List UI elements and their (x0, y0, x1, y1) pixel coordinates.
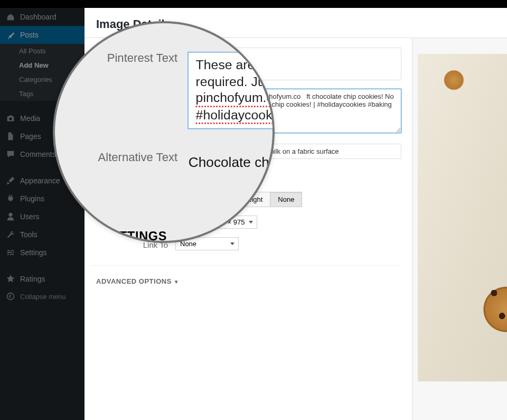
sidebar-item-label: Dashboard (20, 13, 57, 21)
alt-text-label: Alternative Text (90, 144, 175, 156)
sidebar-item-label: Collapse menu (20, 293, 66, 301)
sidebar-item-label: Plugins (20, 194, 44, 203)
modal-title: Image Details (84, 8, 507, 38)
sidebar-item-comments[interactable]: Comments (0, 145, 84, 163)
align-none-button[interactable]: None (270, 192, 302, 207)
admin-sidebar: Dashboard Posts All Posts Add New Catego… (0, 8, 84, 420)
submenu-categories[interactable]: Categories (0, 72, 84, 87)
sidebar-item-label: Appearance (20, 176, 60, 185)
user-icon (5, 212, 16, 221)
page-icon (5, 132, 16, 141)
alt-text-input[interactable] (175, 144, 401, 159)
dashboard-icon (5, 12, 16, 22)
plug-icon (5, 194, 16, 203)
sidebar-collapse[interactable]: Collapse menu (0, 288, 84, 305)
sidebar-item-dashboard[interactable]: Dashboard (0, 8, 84, 26)
size-select[interactable]: Full Size – 600 × 975 (175, 216, 257, 229)
sidebar-item-label: Pages (20, 132, 41, 141)
image-details-modal: Image Details Pinterest Text These are r… (84, 8, 507, 420)
image-preview-pane (412, 38, 507, 420)
submenu-tags[interactable]: Tags (0, 87, 84, 101)
image-preview[interactable] (418, 54, 507, 381)
sidebar-item-label: Posts (20, 31, 39, 39)
sidebar-item-label: Users (20, 212, 40, 221)
wrench-icon (5, 230, 16, 239)
sidebar-item-plugins[interactable]: Plugins (0, 190, 84, 208)
pin-icon (5, 30, 16, 40)
align-button-group: Right None (239, 192, 401, 207)
camera-icon (5, 114, 16, 123)
sidebar-item-label: Media (20, 114, 40, 123)
submenu-add-new[interactable]: Add New (0, 58, 84, 72)
sidebar-item-label: Settings (20, 248, 47, 257)
comment-icon (5, 150, 16, 159)
sidebar-item-pages[interactable]: Pages (0, 127, 84, 145)
sidebar-item-appearance[interactable]: Appearance (0, 172, 84, 190)
sidebar-item-media[interactable]: Media (0, 109, 84, 127)
posts-submenu: All Posts Add New Categories Tags (0, 44, 84, 101)
sidebar-item-label: Ratings (20, 275, 45, 283)
sidebar-item-ratings[interactable]: Ratings (0, 270, 84, 288)
star-icon (5, 274, 16, 284)
collapse-icon (5, 292, 16, 301)
sidebar-item-label: Tools (20, 230, 37, 239)
link-to-select[interactable]: None (175, 237, 239, 250)
display-settings-heading: DISPLAY SETTINGS (90, 163, 401, 188)
sidebar-item-users[interactable]: Users (0, 208, 84, 226)
sidebar-item-settings[interactable]: Settings (0, 244, 84, 262)
link-to-label: Link To (90, 237, 175, 249)
advanced-options-toggle[interactable]: ADVANCED OPTIONS▼ (90, 265, 401, 285)
sidebar-item-tools[interactable]: Tools (0, 226, 84, 244)
caption-field[interactable] (175, 48, 401, 80)
sidebar-item-label: Comments (20, 150, 56, 158)
pinterest-label: Pinterest Text (90, 89, 175, 101)
svg-point-0 (7, 293, 14, 300)
sidebar-item-posts[interactable]: Posts (0, 26, 84, 44)
align-right-button[interactable]: Right (239, 192, 270, 207)
brush-icon (5, 176, 16, 185)
pinterest-text-input[interactable]: These are required. Just pinchofyum.co f… (175, 89, 401, 133)
chevron-down-icon: ▼ (174, 279, 179, 285)
submenu-all-posts[interactable]: All Posts (0, 44, 84, 58)
sliders-icon (5, 248, 16, 257)
